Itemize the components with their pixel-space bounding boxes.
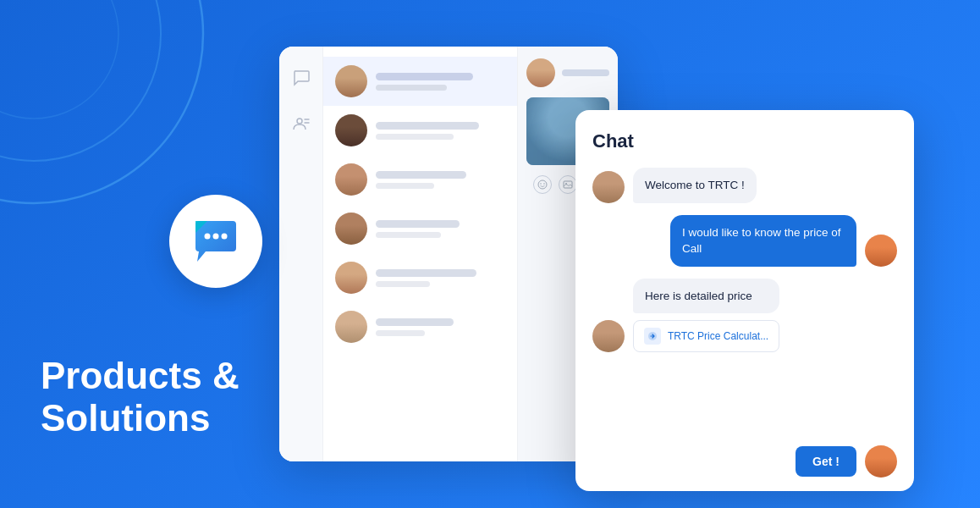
contact-list (323, 47, 518, 461)
sidebar-contacts-icon[interactable] (290, 113, 312, 135)
list-item[interactable] (323, 155, 517, 204)
list-item[interactable] (323, 204, 517, 253)
list-item[interactable] (323, 57, 517, 106)
user-avatar (865, 445, 897, 478)
contact-msg-bar (376, 232, 441, 238)
link-icon (644, 328, 661, 345)
message-bubble: I would like to know the price of Call (670, 215, 856, 267)
chat-input-row: Get ! (592, 445, 897, 478)
contacts-card (279, 47, 618, 461)
image-icon[interactable] (559, 175, 577, 194)
list-item[interactable] (323, 253, 517, 302)
message-row-3: Here is detailed price TRTC Price Calcul… (592, 279, 897, 353)
contact-msg-bar (376, 330, 425, 336)
contact-msg-bar (376, 281, 430, 287)
chat-title: Chat (592, 130, 897, 152)
message-row-2: I would like to know the price of Call (592, 215, 897, 267)
contact-msg-bar (376, 134, 454, 140)
avatar (335, 114, 367, 146)
avatar (865, 235, 897, 267)
list-item[interactable] (323, 302, 517, 351)
sidebar (279, 47, 323, 461)
chat-messages: Welcome to TRTC ! I would like to know t… (592, 168, 897, 433)
svg-point-3 (205, 234, 211, 240)
svg-point-4 (213, 234, 219, 240)
contact-msg-bar (376, 183, 434, 189)
sidebar-chat-icon[interactable] (290, 67, 312, 89)
list-item[interactable] (323, 106, 517, 155)
page-title: Products & Solutions (41, 355, 239, 440)
avatar (335, 163, 367, 196)
svg-point-11 (540, 183, 542, 185)
contact-name-bar (376, 269, 476, 277)
message-bubble: Welcome to TRTC ! (633, 168, 757, 203)
emoji-icon[interactable] (533, 175, 552, 194)
svg-point-10 (538, 180, 547, 189)
contact-name-bar (376, 318, 454, 326)
avatar (335, 311, 367, 343)
message-row-1: Welcome to TRTC ! (592, 168, 897, 203)
preview-header (526, 58, 609, 87)
svg-point-12 (543, 183, 545, 185)
svg-point-7 (297, 119, 302, 124)
avatar (335, 262, 367, 294)
contact-name-bar (376, 73, 473, 80)
svg-point-5 (222, 234, 228, 240)
contact-name-bar (376, 122, 479, 130)
preview-avatar (526, 58, 555, 87)
avatar (592, 171, 625, 203)
message-bubble: Here is detailed price (633, 279, 779, 314)
avatar (335, 65, 367, 97)
contact-msg-bar (376, 85, 447, 91)
chat-card: Chat Welcome to TRTC ! I would like to k… (575, 110, 914, 491)
avatar (335, 213, 367, 245)
get-button[interactable]: Get ! (796, 446, 856, 477)
link-card[interactable]: TRTC Price Calculat... (633, 320, 779, 352)
chat-bubble-icon (189, 214, 243, 268)
chat-icon-circle (169, 195, 262, 288)
preview-name-bar (562, 69, 609, 76)
contact-name-bar (376, 220, 460, 228)
contact-name-bar (376, 171, 466, 179)
avatar (592, 320, 625, 352)
left-content: Products & Solutions (41, 355, 239, 440)
